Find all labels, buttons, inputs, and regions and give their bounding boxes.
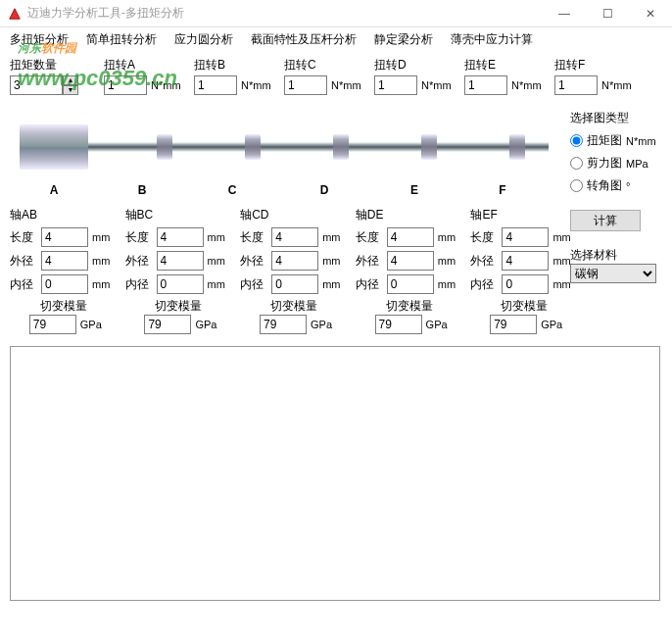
seg-length-input[interactable] [502, 227, 549, 247]
unit-label: N*mm [421, 79, 452, 91]
collar-icon [333, 134, 349, 160]
menubar: 多扭矩分析 简单扭转分析 应力圆分析 截面特性及压杆分析 静定梁分析 薄壳中应力… [0, 27, 672, 51]
chart-type-option[interactable]: 扭矩图 N*mm [570, 132, 658, 149]
collar-icon [509, 134, 525, 160]
seg-shear-input[interactable] [144, 315, 191, 334]
menu-stress-circle[interactable]: 应力圆分析 [174, 31, 233, 48]
close-button[interactable]: ✕ [629, 0, 672, 27]
seg-id-input[interactable] [502, 274, 549, 294]
radio-input[interactable] [570, 179, 583, 192]
shaft-diagram [10, 113, 558, 181]
chart-type-option[interactable]: 转角图 ° [570, 177, 658, 194]
segment-name: 轴CD [240, 207, 348, 223]
torque-input-3[interactable] [374, 75, 417, 95]
result-plot [10, 346, 660, 601]
titlebar: 迈迪力学分析工具-多扭矩分析 — ☐ ✕ [0, 0, 672, 27]
collar-icon [157, 134, 172, 160]
seg-length-input[interactable] [271, 227, 318, 247]
seg-shear-input[interactable] [490, 315, 537, 334]
section-letters: A B C D E F [10, 183, 558, 197]
torque-input-0[interactable] [104, 75, 147, 95]
torque-label: 扭转C [284, 57, 364, 74]
spin-down-icon[interactable]: ▼ [63, 85, 78, 95]
chuck-icon [20, 124, 88, 170]
unit-label: N*mm [511, 79, 542, 91]
menu-simple-torsion[interactable]: 简单扭转分析 [86, 31, 157, 48]
menu-multi-torque[interactable]: 多扭矩分析 [10, 31, 69, 48]
torque-input-1[interactable] [194, 75, 237, 95]
segment-group: 轴BC 长度mm 外径mm 内径mm 切变模量 GPa [125, 207, 233, 338]
seg-od-input[interactable] [271, 251, 318, 271]
unit-label: N*mm [241, 79, 271, 91]
shear-label: 切变模量 [10, 298, 118, 315]
unit-label: N*mm [151, 79, 181, 91]
radio-input[interactable] [570, 157, 583, 170]
chart-type-option[interactable]: 剪力图 MPa [570, 155, 658, 172]
seg-length-input[interactable] [157, 227, 204, 247]
app-icon [8, 7, 22, 21]
material-label: 选择材料 [570, 247, 658, 264]
spin-up-icon[interactable]: ▲ [63, 75, 78, 85]
seg-od-input[interactable] [157, 251, 204, 271]
torque-count-group: 扭矩数量 ▲ ▼ [10, 57, 94, 95]
torque-label: 扭转E [464, 57, 545, 74]
segment-group: 轴DE 长度mm 外径mm 内径mm 切变模量 GPa [356, 207, 463, 338]
calculate-button[interactable]: 计算 [570, 210, 641, 231]
seg-length-input[interactable] [41, 227, 88, 247]
collar-icon [245, 134, 261, 160]
torque-label: 扭转F [554, 57, 635, 74]
material-select[interactable]: 碳钢 [570, 264, 656, 283]
seg-od-input[interactable] [502, 251, 549, 271]
seg-od-input[interactable] [41, 251, 88, 271]
menu-thin-shell[interactable]: 薄壳中应力计算 [451, 31, 533, 48]
shear-label: 切变模量 [470, 298, 578, 315]
menu-section-column[interactable]: 截面特性及压杆分析 [251, 31, 357, 48]
segment-name: 轴AB [10, 207, 118, 223]
maximize-button[interactable]: ☐ [586, 0, 629, 27]
segment-group: 轴AB 长度mm 外径mm 内径mm 切变模量 GPa [10, 207, 118, 338]
seg-shear-input[interactable] [29, 315, 76, 334]
seg-id-input[interactable] [157, 274, 204, 294]
segment-name: 轴DE [356, 207, 463, 223]
shear-label: 切变模量 [240, 298, 348, 315]
torque-label: 扭转D [374, 57, 455, 74]
torque-count-input[interactable] [10, 75, 63, 95]
shear-label: 切变模量 [125, 298, 233, 315]
seg-id-input[interactable] [271, 274, 318, 294]
minimize-button[interactable]: — [543, 0, 586, 27]
segment-group: 轴EF 长度mm 外径mm 内径mm 切变模量 GPa [470, 207, 578, 338]
segment-name: 轴EF [470, 207, 578, 223]
seg-length-input[interactable] [387, 227, 434, 247]
torque-input-2[interactable] [284, 75, 327, 95]
unit-label: N*mm [601, 79, 632, 91]
torque-input-4[interactable] [464, 75, 507, 95]
shear-label: 切变模量 [356, 298, 463, 315]
window-title: 迈迪力学分析工具-多扭矩分析 [27, 5, 184, 22]
unit-label: N*mm [331, 79, 361, 91]
torque-label: 扭转B [194, 57, 274, 74]
segment-name: 轴BC [125, 207, 233, 223]
collar-icon [421, 134, 437, 160]
seg-id-input[interactable] [41, 274, 88, 294]
torque-label: 扭转A [104, 57, 184, 74]
torque-input-5[interactable] [554, 75, 598, 95]
seg-shear-input[interactable] [260, 315, 307, 334]
seg-shear-input[interactable] [375, 315, 422, 334]
material-panel: 选择材料 碳钢 [570, 247, 658, 283]
torque-count-label: 扭矩数量 [10, 57, 94, 74]
radio-input[interactable] [570, 134, 583, 147]
seg-id-input[interactable] [387, 274, 434, 294]
chart-type-title: 选择图类型 [570, 110, 658, 126]
menu-static-beam[interactable]: 静定梁分析 [374, 31, 433, 48]
seg-od-input[interactable] [387, 251, 434, 271]
chart-type-panel: 选择图类型 扭矩图 N*mm剪力图 MPa转角图 ° 计算 [570, 110, 658, 231]
segment-group: 轴CD 长度mm 外径mm 内径mm 切变模量 GPa [240, 207, 348, 338]
